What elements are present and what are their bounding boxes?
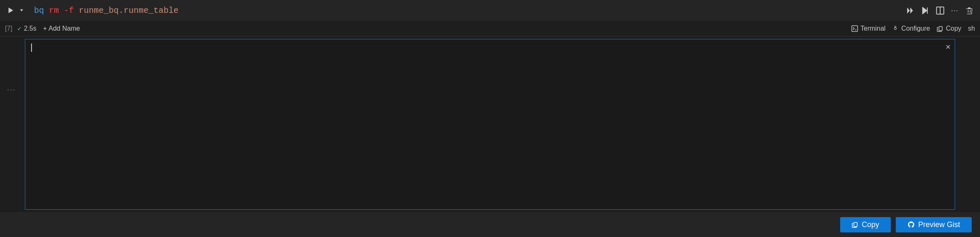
add-name-plus-icon: + bbox=[43, 25, 47, 32]
code-keyword: bq bbox=[34, 6, 44, 15]
copy-icon bbox=[852, 221, 858, 228]
output-panel: × bbox=[25, 39, 955, 210]
code-flag1: rm bbox=[49, 6, 59, 15]
preview-gist-label: Preview Gist bbox=[918, 220, 960, 229]
code-space2 bbox=[59, 6, 64, 15]
status-time: 2.5s bbox=[24, 25, 36, 32]
svg-rect-7 bbox=[854, 222, 857, 227]
bottom-bar: Copy Preview Gist bbox=[0, 212, 980, 237]
copy-label: Copy bbox=[862, 220, 879, 229]
terminal-icon bbox=[851, 25, 858, 32]
github-icon bbox=[907, 221, 915, 228]
status-bar: [7] ✓ 2.5s + Add Name Terminal Conf bbox=[0, 21, 980, 36]
configure-icon bbox=[892, 25, 899, 32]
code-space1 bbox=[44, 6, 49, 15]
code-space3 bbox=[74, 6, 79, 15]
status-right: Terminal Configure Copy sh bbox=[851, 25, 975, 32]
code-path: runme_bq.runme_table bbox=[79, 6, 178, 15]
copy-button[interactable]: Copy bbox=[840, 217, 891, 232]
more-icon: ··· bbox=[951, 6, 958, 15]
configure-button[interactable]: Configure bbox=[892, 25, 930, 32]
cursor-line bbox=[31, 44, 949, 52]
close-icon: × bbox=[946, 42, 951, 51]
gutter-menu-button[interactable]: ··· bbox=[5, 84, 17, 96]
output-content bbox=[25, 39, 955, 209]
run-button-area bbox=[5, 5, 26, 16]
run-dropdown-button[interactable] bbox=[17, 6, 26, 15]
run-below-button[interactable] bbox=[919, 5, 931, 16]
code-flag2: -f bbox=[64, 6, 74, 15]
configure-label: Configure bbox=[901, 25, 930, 32]
code-line: bq rm -f runme_bq.runme_table bbox=[34, 6, 178, 15]
left-gutter: ··· bbox=[0, 73, 23, 187]
svg-rect-6 bbox=[939, 27, 942, 31]
add-name-button[interactable]: + Add Name bbox=[43, 25, 80, 32]
gutter-dots-icon: ··· bbox=[7, 85, 16, 94]
status-check-icon: ✓ bbox=[17, 24, 22, 33]
close-output-button[interactable]: × bbox=[946, 43, 951, 51]
copy-header-button[interactable]: Copy bbox=[937, 25, 961, 32]
delete-button[interactable] bbox=[963, 5, 975, 16]
split-button[interactable] bbox=[934, 5, 946, 16]
copy-header-icon bbox=[937, 25, 943, 32]
more-button[interactable]: ··· bbox=[949, 5, 960, 17]
run-all-button[interactable] bbox=[904, 5, 916, 16]
preview-gist-button[interactable]: Preview Gist bbox=[896, 217, 972, 232]
cell-number: [7] bbox=[5, 25, 12, 32]
terminal-button[interactable]: Terminal bbox=[851, 25, 885, 32]
main-container: bq rm -f runme_bq.runme_table bbox=[0, 0, 980, 237]
top-toolbar: bq rm -f runme_bq.runme_table bbox=[0, 0, 980, 21]
run-button[interactable] bbox=[5, 5, 16, 16]
top-right-icons: ··· bbox=[904, 5, 975, 17]
cursor bbox=[31, 44, 32, 52]
add-name-label: Add Name bbox=[49, 25, 80, 32]
copy-header-label: Copy bbox=[946, 25, 961, 32]
main-area: ··· × bbox=[0, 36, 980, 212]
sh-label: sh bbox=[968, 25, 975, 32]
terminal-label: Terminal bbox=[861, 25, 885, 32]
